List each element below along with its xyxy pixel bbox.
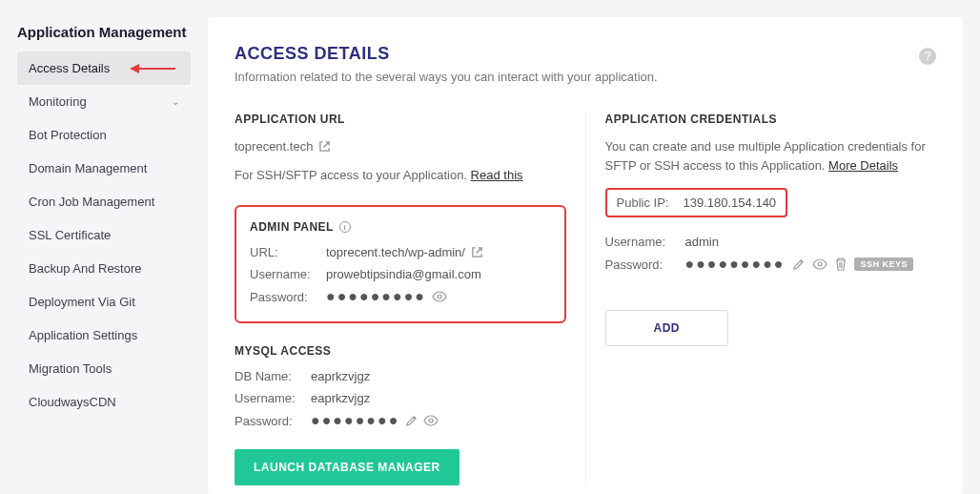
sidebar-item-cron-job-management[interactable]: Cron Job Management <box>17 185 191 218</box>
dbname-label: DB Name: <box>235 369 311 383</box>
sidebar-item-migration-tools[interactable]: Migration Tools <box>17 352 191 385</box>
admin-url-label: URL: <box>250 245 326 259</box>
application-url-value[interactable]: toprecent.tech <box>235 137 313 156</box>
public-ip-box: Public IP: 139.180.154.140 <box>605 188 788 217</box>
mysql-heading: MYSQL ACCESS <box>235 344 566 358</box>
sidebar-item-access-details[interactable]: Access Details <box>17 51 191 85</box>
sidebar-item-monitoring[interactable]: Monitoring ⌄ <box>17 85 191 118</box>
sidebar-item-label: Monitoring <box>29 94 87 109</box>
red-arrow-icon <box>130 63 175 74</box>
application-url-heading: APPLICATION URL <box>235 113 566 126</box>
external-link-icon[interactable] <box>318 140 331 153</box>
eye-icon[interactable] <box>423 415 439 426</box>
public-ip-value: 139.180.154.140 <box>684 196 777 210</box>
cred-password-mask: ●●●●●●●●● <box>685 257 786 272</box>
sidebar-item-bot-protection[interactable]: Bot Protection <box>17 118 191 152</box>
edit-icon[interactable] <box>405 415 418 427</box>
admin-password-label: Password: <box>250 290 326 304</box>
sidebar-item-label: SSL Certificate <box>29 228 111 242</box>
add-button[interactable]: ADD <box>605 310 729 346</box>
sidebar-item-ssl-certificate[interactable]: SSL Certificate <box>17 218 191 252</box>
sidebar-item-domain-management[interactable]: Domain Management <box>17 152 191 185</box>
sidebar-item-cloudways-cdn[interactable]: CloudwaysCDN <box>17 385 191 419</box>
left-column: APPLICATION URL toprecent.tech For SSH/S… <box>235 113 566 485</box>
edit-icon[interactable] <box>792 258 805 271</box>
sidebar-title: Application Management <box>17 24 191 40</box>
page-subtitle: Information related to the several ways … <box>235 70 936 84</box>
svg-marker-1 <box>130 64 139 73</box>
public-ip-label: Public IP: <box>617 196 684 210</box>
sidebar-item-label: Backup And Restore <box>29 261 142 276</box>
delete-icon[interactable] <box>835 257 847 271</box>
info-icon[interactable]: i <box>339 221 351 233</box>
svg-point-3 <box>429 419 433 422</box>
sidebar-item-label: Access Details <box>29 61 110 75</box>
sidebar-item-application-settings[interactable]: Application Settings <box>17 319 191 352</box>
credentials-heading: APPLICATION CREDENTIALS <box>605 113 937 126</box>
svg-point-2 <box>438 295 441 298</box>
admin-username-label: Username: <box>250 267 326 281</box>
admin-panel-heading: ADMIN PANEL <box>250 220 334 234</box>
cred-password-label: Password: <box>605 257 685 272</box>
mysql-username-value: eaprkzvjgz <box>311 391 370 405</box>
credentials-desc: You can create and use multiple Applicat… <box>605 137 937 175</box>
sidebar-item-label: Migration Tools <box>29 361 112 376</box>
ssh-keys-badge[interactable]: SSH KEYS <box>854 257 913 271</box>
mysql-password-label: Password: <box>235 414 311 428</box>
svg-point-4 <box>818 262 822 266</box>
external-link-icon[interactable] <box>471 246 483 258</box>
mysql-password-mask: ●●●●●●●● <box>311 413 399 428</box>
sidebar-item-backup-restore[interactable]: Backup And Restore <box>17 252 191 285</box>
more-details-link[interactable]: More Details <box>828 158 898 173</box>
admin-url-value: toprecent.tech/wp-admin/ <box>326 245 465 259</box>
admin-panel-box: ADMIN PANEL i URL: toprecent.tech/wp-adm… <box>235 205 566 323</box>
main-panel: ? ACCESS DETAILS Information related to … <box>208 17 963 494</box>
dbname-value: eaprkzvjgz <box>311 369 370 383</box>
help-icon[interactable]: ? <box>919 48 936 65</box>
sidebar-item-label: Application Settings <box>29 328 137 342</box>
eye-icon[interactable] <box>812 258 827 270</box>
sidebar-item-label: Bot Protection <box>29 128 107 142</box>
chevron-down-icon: ⌄ <box>172 96 179 107</box>
sidebar-item-label: Domain Management <box>29 161 147 175</box>
page-title: ACCESS DETAILS <box>235 44 936 64</box>
cred-username-label: Username: <box>605 235 685 249</box>
sidebar-item-label: CloudwaysCDN <box>29 395 116 409</box>
sidebar: Application Management Access Details Mo… <box>0 0 191 494</box>
sidebar-item-label: Cron Job Management <box>29 195 154 209</box>
admin-username-value: prowebtipsindia@gmail.com <box>326 267 481 281</box>
cred-username-value: admin <box>685 235 719 249</box>
read-this-link[interactable]: Read this <box>471 168 523 182</box>
sidebar-item-deployment-git[interactable]: Deployment Via Git <box>17 285 191 319</box>
admin-password-mask: ●●●●●●●●● <box>326 289 426 304</box>
ssh-note: For SSH/SFTP access to your Application.… <box>235 166 566 185</box>
mysql-username-label: Username: <box>235 391 311 405</box>
sidebar-item-label: Deployment Via Git <box>29 295 135 309</box>
right-column: APPLICATION CREDENTIALS You can create a… <box>585 113 937 485</box>
eye-icon[interactable] <box>432 291 447 302</box>
launch-database-manager-button[interactable]: LAUNCH DATABASE MANAGER <box>235 449 459 485</box>
